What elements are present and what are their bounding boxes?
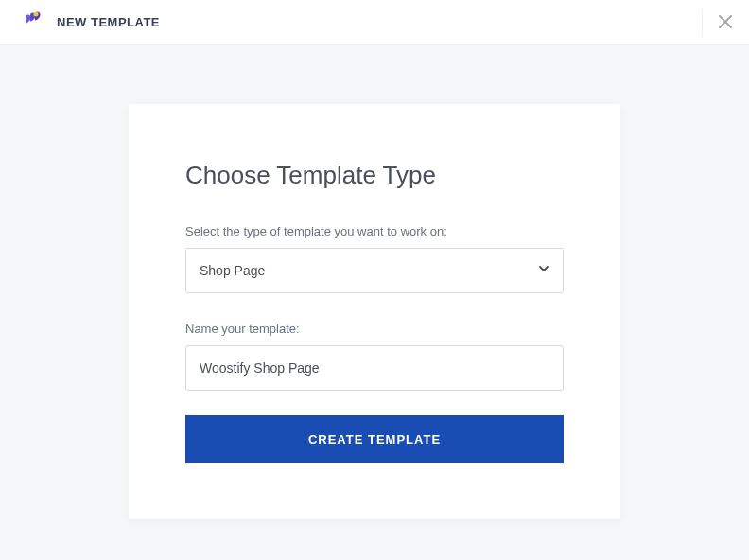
close-button[interactable] [702,9,730,37]
template-type-select-wrapper: Shop Page [185,248,564,293]
app-logo-icon [19,9,45,36]
header-title: NEW TEMPLATE [57,15,160,29]
template-modal: Choose Template Type Select the type of … [129,104,620,519]
name-label: Name your template: [185,322,564,336]
modal-title: Choose Template Type [185,161,564,190]
modal-overlay: Choose Template Type Select the type of … [0,45,749,519]
close-icon [718,10,733,35]
select-value: Shop Page [200,263,265,278]
header-bar: NEW TEMPLATE [0,0,749,45]
header-left: NEW TEMPLATE [19,9,160,36]
select-label: Select the type of template you want to … [185,224,564,238]
template-name-input[interactable] [185,345,564,391]
create-template-button[interactable]: CREATE TEMPLATE [185,415,564,463]
svg-point-0 [34,11,39,16]
template-type-select[interactable]: Shop Page [185,248,564,293]
